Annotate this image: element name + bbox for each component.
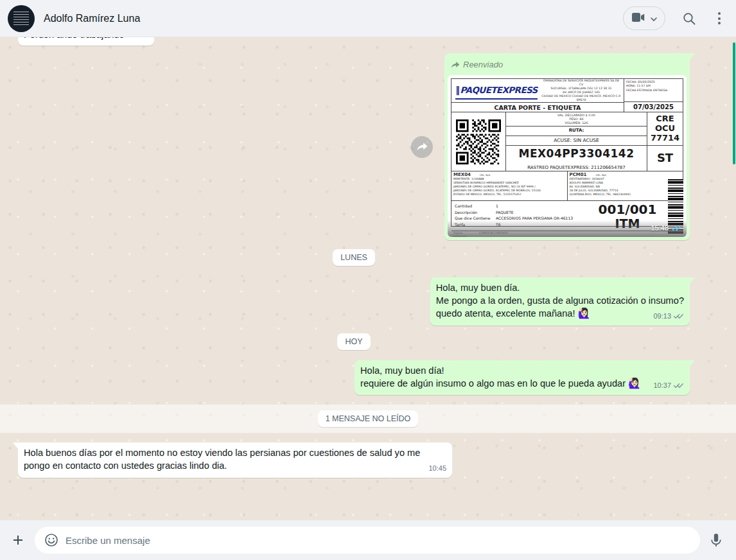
chevron-down-icon: [651, 13, 657, 24]
mic-button[interactable]: [709, 532, 723, 548]
message-input-container: [35, 527, 700, 554]
video-camera-icon: [631, 12, 645, 25]
attach-button[interactable]: [10, 532, 26, 548]
message-line: Hola, muy buen día.: [436, 281, 684, 294]
message-input[interactable]: [66, 535, 691, 546]
label-operator-info: OPERADORA DE SERVICIOS PAQUETEXPRESS SA …: [541, 79, 624, 102]
label-st: ST: [647, 146, 683, 171]
header-actions: [623, 6, 726, 30]
forward-icon: [450, 61, 460, 69]
qr-code: [451, 112, 505, 171]
shipping-label: ‖PAQUETEXPRESS OPERADORA DE SERVICIOS PA…: [451, 78, 683, 227]
double-check-icon: [673, 382, 684, 389]
label-cre-ocu: CRE OCU 77714: [647, 112, 683, 145]
message-text: Perdón ando trabajando: [24, 37, 125, 41]
label-date-column: FECHA: 05/03/2025 HORA: 11:57 AM FECHA E…: [624, 79, 683, 112]
menu-icon[interactable]: [713, 10, 726, 27]
unread-messages-pill: 1 MENSAJE NO LEÍDO: [318, 410, 419, 427]
label-recipient-block: PCM01CEL: N/A DESTINATARIO: 2656037 ADOL…: [567, 171, 683, 200]
message-line: Hola, muy buen día!: [360, 364, 641, 377]
double-check-read-icon: [670, 225, 681, 232]
date-separator-hoy: HOY: [337, 333, 370, 350]
contact-name[interactable]: Adolfo Ramírez Luna: [44, 13, 140, 24]
message-incoming-1045[interactable]: Hola buenos días por el momento no estoy…: [18, 442, 452, 478]
composer: [0, 520, 736, 560]
search-icon[interactable]: [682, 12, 696, 26]
message-forwarded-image[interactable]: Reenviado ‖PAQUETEXPRESS OPERADORA DE SE…: [444, 53, 690, 240]
forward-arrow-icon: [416, 142, 428, 152]
message-incoming-trabajando[interactable]: Perdón ando trabajando 12:08: [18, 37, 154, 46]
message-outgoing-0913[interactable]: Hola, muy buen día. Me pongo a la orden,…: [430, 277, 690, 326]
plus-icon: [10, 532, 26, 548]
forwarded-label: Reenviado: [448, 57, 687, 75]
double-check-icon: [673, 313, 684, 320]
raising-hand-emoji: 🙋🏻‍♀️: [628, 378, 641, 389]
video-call-button[interactable]: [623, 6, 665, 30]
chat-area: Perdón ando trabajando 12:08 Reenviado: [0, 37, 736, 520]
forward-button[interactable]: [411, 136, 433, 158]
avatar[interactable]: [8, 5, 35, 32]
message-time: 10:45: [428, 462, 446, 475]
message-meta: 09:13: [653, 310, 684, 322]
message-time: 12:08: [131, 37, 149, 41]
message-time-overlay: 15:48: [651, 222, 681, 234]
message-line: requiere de algún insumo o algo mas en l…: [360, 377, 641, 390]
scrollbar-thumb[interactable]: [733, 42, 735, 164]
chat-header: Adolfo Ramírez Luna: [0, 0, 736, 37]
message-line: quedo atenta, excelente mañana! 🙋🏻‍♀️: [436, 307, 684, 320]
label-title: CARTA PORTE - ETIQUETA: [451, 103, 624, 112]
whatsapp-chat-window: Adolfo Ramírez Luna Perdón ando trabajan…: [0, 0, 736, 560]
tracking-code: MEX04PP3304142: [506, 146, 647, 161]
microphone-icon: [709, 532, 723, 548]
label-ruta: RUTA:: [506, 126, 647, 136]
message-outgoing-1037[interactable]: Hola, muy buen día! requiere de algún in…: [355, 360, 690, 395]
estimated-delivery-date: 07/03/2025: [624, 101, 683, 112]
shipping-label-image[interactable]: ‖PAQUETEXPRESS OPERADORA DE SERVICIOS PA…: [448, 75, 687, 237]
raising-hand-emoji: 🙋🏻‍♀️: [577, 308, 590, 319]
emoji-icon[interactable]: [44, 532, 59, 548]
message-line: Me pongo a la orden, gusta de alguna cot…: [436, 294, 684, 307]
label-acuse: ACUSE: SIN ACUSE: [506, 136, 647, 145]
message-meta: 10:37: [653, 379, 684, 392]
date-separator-lunes: LUNES: [333, 249, 375, 266]
label-declared-values: VAL. DECLARADO $ 0.00 PESO: 46 VOLUMEN: …: [506, 112, 647, 126]
paquetexpress-logo: ‖PAQUETEXPRESS: [455, 82, 538, 100]
avatar-image: [13, 12, 29, 25]
unread-messages-band: 1 MENSAJE NO LEÍDO: [0, 404, 736, 433]
label-sender-block: MEX04CEL: N/A REMITENTE: 1234888 SEBASTI…: [451, 171, 567, 200]
message-text: Hola buenos días por el momento no estoy…: [24, 448, 420, 471]
forwarded-message-row: Reenviado ‖PAQUETEXPRESS OPERADORA DE SE…: [411, 53, 690, 240]
